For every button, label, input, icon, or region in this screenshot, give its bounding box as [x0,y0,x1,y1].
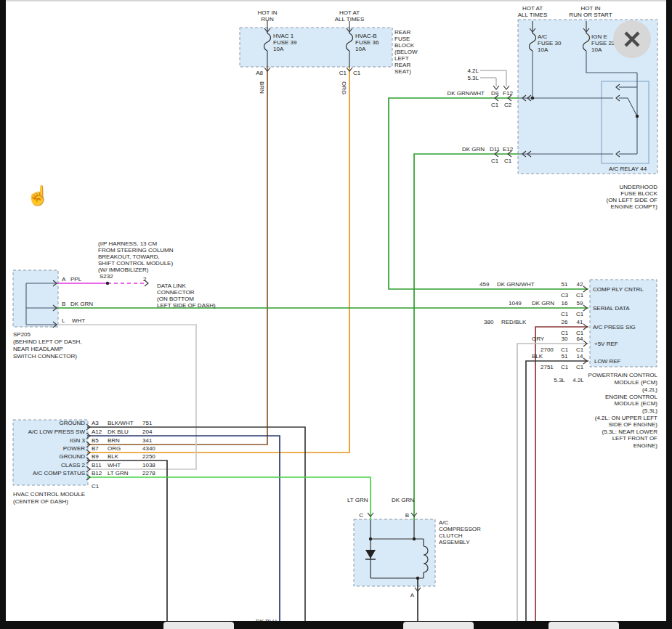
label: CONNECTOR [157,289,195,296]
label: DK GRN [532,300,554,307]
label: BLK [532,353,543,360]
label: LT GRN [347,497,368,503]
label: FUSE [394,36,410,42]
engine-pointer-53 [480,78,496,86]
label: SHIFT CONTROL MODULE) [98,260,173,267]
label: 2250 [142,453,155,460]
label: FUSE 22 [591,40,615,46]
label: RUN [261,16,274,23]
label: L [62,317,65,324]
label: SP205 [13,331,31,338]
label: C1 [491,158,499,164]
wire-red-blk-380 [535,327,588,622]
label: C1 [576,346,584,353]
label: (ON BOTTOM [157,296,194,302]
splice-dot [106,282,109,285]
label: CLUTCH [439,532,463,539]
label: 14 [577,353,583,360]
label: DK GRN [392,497,414,503]
label: 751 [142,420,153,426]
label: 341 [142,437,153,444]
label: C1 [491,102,499,108]
bottom-tab [403,622,474,629]
label: HVAC-B [355,33,377,39]
label: 4.2L [467,68,479,74]
label: C1 [504,158,512,164]
label: WHT [108,462,121,468]
label: A8 [256,70,263,76]
label: HOT AT [522,5,543,12]
label: 4340 [142,445,155,452]
label: (W/ IMMOBILIZER) [98,267,149,273]
label: 2 [143,276,147,283]
label: LEFT FRONT OF [612,435,657,442]
close-icon [623,30,641,49]
label: (4.2L) [642,386,657,393]
label: F12 [503,90,513,97]
close-button[interactable] [613,20,651,58]
label: HVAC 1 [273,33,294,39]
label: COMPRESSOR [439,526,481,532]
label: A3 [92,420,99,426]
label: DK GRN/WHT [447,90,485,97]
label: C1 [576,364,584,370]
engine-pointer-42 [480,70,506,86]
label: 10A [538,46,548,53]
label: (BELOW [394,49,418,55]
label: 4.2L [572,377,584,384]
bottom-tab [163,622,234,629]
label: REAR [394,62,410,68]
label: 204 [142,429,153,435]
label: 10A [355,46,366,52]
label: BLOCK [394,42,415,49]
splice-dot [531,97,534,100]
label: 1049 [509,300,522,307]
label: 51 [562,353,568,360]
label: LEFT [394,55,409,62]
label: B11 [92,462,102,468]
label: BLK/WHT [108,420,134,426]
label: C1 [576,311,584,317]
label: LEFT SIDE OF DASH) [157,302,216,309]
label: C2 [504,102,512,108]
label: A [62,276,66,283]
wiring-diagram: HOT INRUNHOT ATALL TIMESHVAC 1FUSE 3910A… [0,0,672,629]
label: (5.3L) [642,407,657,414]
label: ENGINE CONTROL [605,394,658,400]
splice-dot [413,537,416,540]
label: BLK [108,453,119,460]
label: A/C [439,519,449,526]
label: 30 [562,336,568,342]
label: BRN [259,81,265,94]
label: FUSE BLOCK [620,190,657,197]
label: B7 [92,445,99,452]
label: DK GRN/WHT [497,281,535,288]
label: FUSE 30 [538,40,562,46]
label: UNDERHOOD [620,184,658,190]
label: REAR [394,29,410,36]
label: +5V REF [594,341,618,347]
label: HOT AT [339,9,360,16]
label: PPL [70,276,82,283]
label: RUN OR START [569,12,612,18]
label: IGN 3 [70,437,85,444]
label: 51 [562,281,568,288]
label: ORG [108,445,121,452]
label: CLASS 2 [61,462,85,468]
label: A/C RELAY 44 [609,166,647,172]
label: 16 [562,300,568,307]
bottom-tab [548,622,619,629]
window-edge-left [0,0,6,629]
label: C1 [561,346,569,353]
label: LOW REF [594,358,621,365]
label: 2700 [541,346,554,353]
label: C1 [339,70,347,76]
window-edge-right [666,0,672,629]
label: 5.3L [467,75,479,81]
label: 42 [577,281,583,288]
label: D9 [491,90,499,97]
wire-lt-grn-2278 [87,477,371,520]
label: C1 [561,364,569,370]
ac-compressor-clutch-box [354,519,435,586]
label: IGN E [591,33,607,40]
